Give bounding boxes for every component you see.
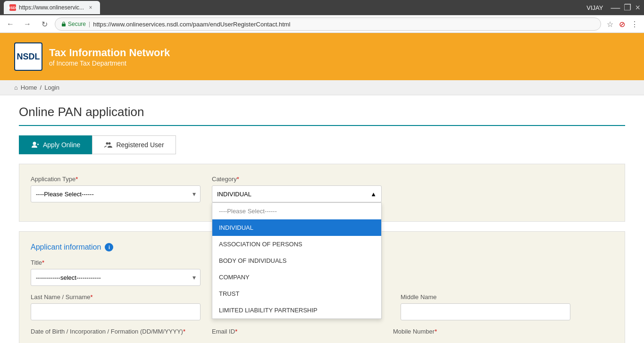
nsdl-logo: NSDL xyxy=(14,42,42,71)
application-form-section: Application Type* ----Please Select-----… xyxy=(19,164,625,222)
category-label: Category* xyxy=(212,176,382,183)
svg-point-4 xyxy=(106,142,109,145)
mobile-label: Mobile Number* xyxy=(393,328,563,335)
breadcrumb-current: Login xyxy=(44,84,59,91)
last-name-label: Last Name / Surname* xyxy=(31,293,201,301)
window-maximize-button[interactable]: ❐ xyxy=(624,2,631,13)
breadcrumb-separator: / xyxy=(40,84,42,91)
svg-point-1 xyxy=(33,142,36,145)
page-divider xyxy=(19,125,625,126)
back-button[interactable]: ← xyxy=(4,17,17,31)
tab-close-button[interactable]: × xyxy=(87,4,94,11)
dropdown-option-placeholder[interactable]: ----Please Select------ xyxy=(212,203,381,219)
email-label: Email ID* xyxy=(212,328,382,335)
address-bar[interactable]: Secure | https://www.onlineservices.nsdl… xyxy=(55,17,601,31)
middle-name-label: Middle Name xyxy=(401,293,570,301)
refresh-button[interactable]: ↻ xyxy=(38,17,51,31)
tab-apply-online-label: Apply Online xyxy=(43,141,80,149)
dropdown-option-company[interactable]: COMPANY xyxy=(212,269,381,285)
people-icon xyxy=(104,141,112,149)
title-group: Title* ------------select------------ xyxy=(31,259,201,286)
bookmark-icon[interactable]: ☆ xyxy=(605,19,615,30)
svg-rect-0 xyxy=(62,24,66,26)
middle-name-group: Middle Name xyxy=(401,293,570,320)
dropdown-option-individual[interactable]: INDIVIDUAL xyxy=(212,219,381,236)
tab-apply-online[interactable]: Apply Online xyxy=(19,135,92,154)
chevron-up-icon: ▲ xyxy=(370,191,376,198)
dob-group: Date of Birth / Incorporation / Formatio… xyxy=(31,328,201,335)
dropdown-option-body[interactable]: BODY OF INDIVIDUALS xyxy=(212,252,381,269)
secure-badge: Secure xyxy=(61,21,86,27)
category-selected-display[interactable]: INDIVIDUAL ▲ xyxy=(212,185,382,202)
page-title: Online PAN application xyxy=(19,105,625,119)
tab-registered-user[interactable]: Registered User xyxy=(92,135,176,154)
dob-label: Date of Birth / Incorporation / Formatio… xyxy=(31,328,201,335)
site-header: NSDL Tax Information Network of Income T… xyxy=(0,33,644,80)
forward-button[interactable]: → xyxy=(21,17,34,31)
dropdown-option-llp[interactable]: LIMITED LIABILITY PARTNERSHIP xyxy=(212,302,381,318)
dropdown-option-association[interactable]: ASSOCIATION OF PERSONS xyxy=(212,236,381,252)
category-group: Category* INDIVIDUAL ▲ ----Please Select… xyxy=(212,176,382,202)
browser-user-label: VIJAY xyxy=(586,4,603,11)
tab-registered-user-label: Registered User xyxy=(116,141,164,149)
block-icon[interactable]: ⊘ xyxy=(617,19,627,30)
dropdown-option-trust[interactable]: TRUST xyxy=(212,285,381,302)
tab-favicon: NSDL xyxy=(9,4,16,11)
header-title: Tax Information Network xyxy=(49,46,170,60)
info-icon: i xyxy=(105,243,113,251)
home-link[interactable]: Home xyxy=(21,84,37,91)
window-close-button[interactable]: × xyxy=(635,3,640,13)
title-select[interactable]: ------------select------------ xyxy=(31,269,201,286)
title-label: Title* xyxy=(31,259,201,266)
secure-label: Secure xyxy=(68,21,86,27)
home-icon: ⌂ xyxy=(14,84,18,91)
url-text: https://www.onlineservices.nsdl.com/paam… xyxy=(93,21,290,28)
svg-point-5 xyxy=(109,142,111,145)
last-name-input[interactable] xyxy=(31,303,201,320)
application-type-label: Application Type* xyxy=(31,176,201,183)
middle-name-input[interactable] xyxy=(401,303,570,320)
application-type-group: Application Type* ----Please Select-----… xyxy=(31,176,201,202)
header-subtitle: of Income Tax Department xyxy=(49,59,170,67)
mobile-group: Mobile Number* xyxy=(393,328,563,335)
category-selected-value: INDIVIDUAL xyxy=(217,191,251,198)
menu-icon[interactable]: ⋮ xyxy=(629,19,640,30)
application-type-select[interactable]: ----Please Select------ xyxy=(31,185,201,202)
tabs-row: Apply Online Registered User xyxy=(19,135,625,154)
tab-title: https://www.onlineservic... xyxy=(19,4,84,11)
last-name-group: Last Name / Surname* xyxy=(31,293,201,320)
email-group: Email ID* xyxy=(212,328,382,335)
breadcrumb: ⌂ Home / Login xyxy=(0,80,644,95)
window-minimize-button[interactable]: — xyxy=(611,2,620,13)
category-dropdown-menu: ----Please Select------ INDIVIDUAL ASSOC… xyxy=(212,202,382,319)
category-dropdown[interactable]: INDIVIDUAL ▲ ----Please Select------ IND… xyxy=(212,185,382,202)
person-add-icon xyxy=(31,141,39,149)
